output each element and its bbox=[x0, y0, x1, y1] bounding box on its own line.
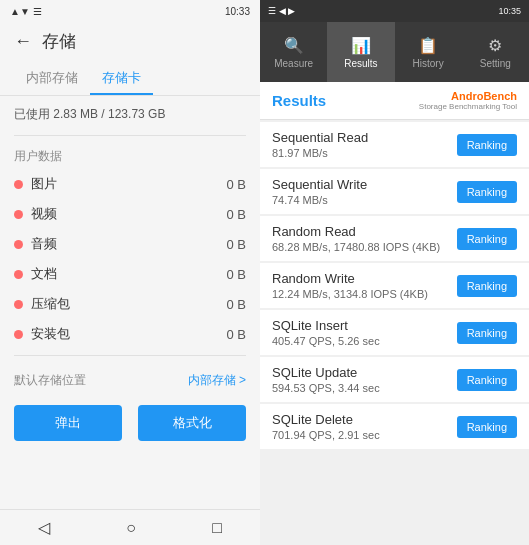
result-value-seq-write: 74.74 MB/s bbox=[272, 194, 457, 206]
format-button[interactable]: 格式化 bbox=[138, 405, 246, 441]
default-storage-value: 内部存储 > bbox=[188, 372, 246, 389]
item-value-archives: 0 B bbox=[226, 297, 246, 312]
item-label-docs: 文档 bbox=[31, 265, 57, 283]
result-name-sqlite-update: SQLite Update bbox=[272, 365, 457, 380]
result-item: SQLite Insert 405.47 QPS, 5.26 sec Ranki… bbox=[260, 310, 529, 355]
page-title: 存储 bbox=[42, 30, 76, 53]
result-name-sqlite-delete: SQLite Delete bbox=[272, 412, 457, 427]
result-info: SQLite Update 594.53 QPS, 3.44 sec bbox=[272, 365, 457, 394]
ranking-button-rand-read[interactable]: Ranking bbox=[457, 228, 517, 250]
item-value-docs: 0 B bbox=[226, 267, 246, 282]
nav-measure[interactable]: 🔍 Measure bbox=[260, 22, 327, 82]
section-title-user-data: 用户数据 bbox=[0, 142, 260, 169]
result-item: Sequential Write 74.74 MB/s Ranking bbox=[260, 169, 529, 214]
result-info: Sequential Write 74.74 MB/s bbox=[272, 177, 457, 206]
results-header: Results AndroBench Storage Benchmarking … bbox=[260, 82, 529, 120]
item-label-audio: 音频 bbox=[31, 235, 57, 253]
right-status-right: 10:35 bbox=[498, 6, 521, 16]
list-item: 安装包 0 B bbox=[0, 319, 260, 349]
action-buttons: 弹出 格式化 bbox=[0, 395, 260, 451]
list-item: 文档 0 B bbox=[0, 259, 260, 289]
result-name-sqlite-insert: SQLite Insert bbox=[272, 318, 457, 333]
eject-button[interactable]: 弹出 bbox=[14, 405, 122, 441]
result-item: Sequential Read 81.97 MB/s Ranking bbox=[260, 122, 529, 167]
right-status-left: ☰ ◀ ▶ bbox=[268, 6, 295, 16]
result-info: Sequential Read 81.97 MB/s bbox=[272, 130, 457, 159]
dot-icon bbox=[14, 210, 23, 219]
right-status-bar: ☰ ◀ ▶ 10:35 bbox=[260, 0, 529, 22]
results-icon: 📊 bbox=[351, 36, 371, 55]
history-icon: 📋 bbox=[418, 36, 438, 55]
result-name-seq-write: Sequential Write bbox=[272, 177, 457, 192]
nav-history[interactable]: 📋 History bbox=[395, 22, 462, 82]
result-value-rand-write: 12.24 MB/s, 3134.8 IOPS (4KB) bbox=[272, 288, 457, 300]
tab-internal-storage[interactable]: 内部存储 bbox=[14, 63, 90, 95]
list-item: 音频 0 B bbox=[0, 229, 260, 259]
divider-2 bbox=[14, 355, 246, 356]
result-info: Random Read 68.28 MB/s, 17480.88 IOPS (4… bbox=[272, 224, 457, 253]
dot-icon bbox=[14, 300, 23, 309]
left-status-bar: ▲▼ ☰ 10:33 bbox=[0, 0, 260, 22]
result-value-sqlite-delete: 701.94 QPS, 2.91 sec bbox=[272, 429, 457, 441]
dot-icon bbox=[14, 270, 23, 279]
nav-results[interactable]: 📊 Results bbox=[327, 22, 394, 82]
default-storage-row[interactable]: 默认存储位置 内部存储 > bbox=[0, 362, 260, 395]
result-info: Random Write 12.24 MB/s, 3134.8 IOPS (4K… bbox=[272, 271, 457, 300]
right-phone: ☰ ◀ ▶ 10:35 🔍 Measure 📊 Results 📋 Histor… bbox=[260, 0, 529, 545]
ranking-button-sqlite-delete[interactable]: Ranking bbox=[457, 416, 517, 438]
ranking-button-seq-read[interactable]: Ranking bbox=[457, 134, 517, 156]
dot-icon bbox=[14, 330, 23, 339]
back-button[interactable]: ← bbox=[14, 31, 32, 52]
androbench-name: AndroBench bbox=[451, 90, 517, 102]
result-info: SQLite Insert 405.47 QPS, 5.26 sec bbox=[272, 318, 457, 347]
result-value-rand-read: 68.28 MB/s, 17480.88 IOPS (4KB) bbox=[272, 241, 457, 253]
storage-usage-info: 已使用 2.83 MB / 123.73 GB bbox=[0, 96, 260, 129]
ranking-button-rand-write[interactable]: Ranking bbox=[457, 275, 517, 297]
result-item: Random Write 12.24 MB/s, 3134.8 IOPS (4K… bbox=[260, 263, 529, 308]
back-nav-icon[interactable]: ◁ bbox=[38, 518, 50, 537]
list-item: 压缩包 0 B bbox=[0, 289, 260, 319]
item-value-apps: 0 B bbox=[226, 327, 246, 342]
item-value-audio: 0 B bbox=[226, 237, 246, 252]
item-value-video: 0 B bbox=[226, 207, 246, 222]
result-name-rand-write: Random Write bbox=[272, 271, 457, 286]
result-value-sqlite-insert: 405.47 QPS, 5.26 sec bbox=[272, 335, 457, 347]
tab-bar: 内部存储 存储卡 bbox=[0, 63, 260, 96]
setting-icon: ⚙ bbox=[488, 36, 502, 55]
nav-measure-label: Measure bbox=[274, 58, 313, 69]
default-storage-label: 默认存储位置 bbox=[14, 372, 86, 389]
app-nav: 🔍 Measure 📊 Results 📋 History ⚙ Setting bbox=[260, 22, 529, 82]
list-item: 图片 0 B bbox=[0, 169, 260, 199]
left-status-left: ▲▼ ☰ bbox=[10, 6, 42, 17]
nav-setting[interactable]: ⚙ Setting bbox=[462, 22, 529, 82]
dot-icon bbox=[14, 240, 23, 249]
result-value-seq-read: 81.97 MB/s bbox=[272, 147, 457, 159]
result-item: SQLite Update 594.53 QPS, 3.44 sec Ranki… bbox=[260, 357, 529, 402]
nav-setting-label: Setting bbox=[480, 58, 511, 69]
results-title: Results bbox=[272, 92, 326, 109]
nav-results-label: Results bbox=[344, 58, 377, 69]
results-list: Sequential Read 81.97 MB/s Ranking Seque… bbox=[260, 120, 529, 545]
result-info: SQLite Delete 701.94 QPS, 2.91 sec bbox=[272, 412, 457, 441]
measure-icon: 🔍 bbox=[284, 36, 304, 55]
result-value-sqlite-update: 594.53 QPS, 3.44 sec bbox=[272, 382, 457, 394]
divider-1 bbox=[14, 135, 246, 136]
nav-history-label: History bbox=[413, 58, 444, 69]
result-name-seq-read: Sequential Read bbox=[272, 130, 457, 145]
ranking-button-seq-write[interactable]: Ranking bbox=[457, 181, 517, 203]
result-name-rand-read: Random Read bbox=[272, 224, 457, 239]
list-item: 视频 0 B bbox=[0, 199, 260, 229]
recents-nav-icon[interactable]: □ bbox=[212, 519, 222, 537]
item-label-video: 视频 bbox=[31, 205, 57, 223]
item-label-archives: 压缩包 bbox=[31, 295, 70, 313]
ranking-button-sqlite-insert[interactable]: Ranking bbox=[457, 322, 517, 344]
tab-sd-card[interactable]: 存储卡 bbox=[90, 63, 153, 95]
home-nav-icon[interactable]: ○ bbox=[126, 519, 136, 537]
left-phone: ▲▼ ☰ 10:33 ← 存储 内部存储 存储卡 已使用 2.83 MB / 1… bbox=[0, 0, 260, 545]
androbench-sub: Storage Benchmarking Tool bbox=[419, 102, 517, 111]
left-header: ← 存储 bbox=[0, 22, 260, 63]
dot-icon bbox=[14, 180, 23, 189]
item-label-images: 图片 bbox=[31, 175, 57, 193]
result-item: Random Read 68.28 MB/s, 17480.88 IOPS (4… bbox=[260, 216, 529, 261]
ranking-button-sqlite-update[interactable]: Ranking bbox=[457, 369, 517, 391]
